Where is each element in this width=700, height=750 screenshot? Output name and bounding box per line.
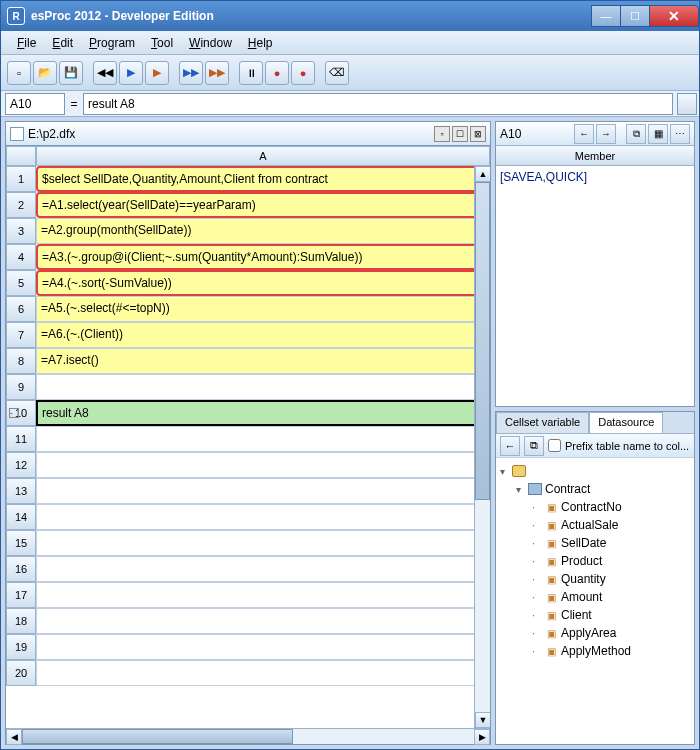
cell-a12[interactable]: [36, 452, 490, 478]
cell-a16[interactable]: [36, 556, 490, 582]
cell-a9[interactable]: [36, 374, 490, 400]
breakpoint-button[interactable]: ●: [265, 61, 289, 85]
row-header[interactable]: 11: [6, 426, 36, 452]
equals-label: =: [65, 97, 83, 111]
tree-db[interactable]: ▾: [500, 462, 690, 480]
vertical-scrollbar[interactable]: ▲▼: [474, 166, 490, 728]
cell-a19[interactable]: [36, 634, 490, 660]
doc-min-button[interactable]: ▫: [434, 126, 450, 142]
save-button[interactable]: 💾: [59, 61, 83, 85]
tree-field[interactable]: ·▣Amount: [500, 588, 690, 606]
pause-button[interactable]: ⏸: [239, 61, 263, 85]
nav-more-button[interactable]: ⋯: [670, 124, 690, 144]
step-back-button[interactable]: ◀◀: [93, 61, 117, 85]
cell-a11[interactable]: [36, 426, 490, 452]
ds-copy-button[interactable]: ⧉: [524, 436, 544, 456]
tree-field[interactable]: ·▣ApplyArea: [500, 624, 690, 642]
nav-forward-button[interactable]: →: [596, 124, 616, 144]
spreadsheet[interactable]: A 1$select SellDate,Quantity,Amount,Clie…: [6, 146, 490, 728]
row-header[interactable]: 18: [6, 608, 36, 634]
cell-corner[interactable]: [6, 146, 36, 166]
step-out-button[interactable]: ▶▶: [205, 61, 229, 85]
maximize-button[interactable]: ☐: [620, 5, 650, 27]
run-button[interactable]: ▶: [119, 61, 143, 85]
column-header-a[interactable]: A: [36, 146, 490, 166]
formula-expand-button[interactable]: [677, 93, 697, 115]
tree-field[interactable]: ·▣Product: [500, 552, 690, 570]
tree-table[interactable]: ▾Contract: [500, 480, 690, 498]
cell-a18[interactable]: [36, 608, 490, 634]
row-header[interactable]: 8: [6, 348, 36, 374]
cell-a2[interactable]: =A1.select(year(SellDate)==yearParam): [36, 192, 490, 218]
member-value[interactable]: [SAVEA,QUICK]: [496, 166, 694, 406]
cell-a1[interactable]: $select SellDate,Quantity,Amount,Client …: [36, 166, 490, 192]
cell-a6[interactable]: =A5.(~.select(#<=topN)): [36, 296, 490, 322]
row-header[interactable]: 12: [6, 452, 36, 478]
row-header[interactable]: 7: [6, 322, 36, 348]
stop-button[interactable]: ●: [291, 61, 315, 85]
cell-a17[interactable]: [36, 582, 490, 608]
step-over-button[interactable]: ▶▶: [179, 61, 203, 85]
row-header[interactable]: 1: [6, 166, 36, 192]
row-header[interactable]: -10: [6, 400, 36, 426]
cell-a20[interactable]: [36, 660, 490, 686]
row-header[interactable]: 14: [6, 504, 36, 530]
tree-field[interactable]: ·▣SellDate: [500, 534, 690, 552]
tree-field[interactable]: ·▣Quantity: [500, 570, 690, 588]
close-button[interactable]: ✕: [649, 5, 699, 27]
ds-back-button[interactable]: ←: [500, 436, 520, 456]
row-header[interactable]: 20: [6, 660, 36, 686]
cell-a3[interactable]: =A2.group(month(SellDate)): [36, 218, 490, 244]
clear-button[interactable]: ⌫: [325, 61, 349, 85]
nav-back-button[interactable]: ←: [574, 124, 594, 144]
menu-file[interactable]: File: [9, 34, 44, 52]
cell-a8[interactable]: =A7.isect(): [36, 348, 490, 374]
cell-a4[interactable]: =A3.(~.group@i(Client;~.sum(Quantity*Amo…: [36, 244, 490, 270]
cell-a7[interactable]: =A6.(~.(Client)): [36, 322, 490, 348]
cell-reference-input[interactable]: [5, 93, 65, 115]
prefix-label: Prefix table name to col...: [565, 440, 689, 452]
menu-edit[interactable]: Edit: [44, 34, 81, 52]
row-header[interactable]: 5: [6, 270, 36, 296]
row-header[interactable]: 3: [6, 218, 36, 244]
formula-input[interactable]: [83, 93, 673, 115]
menu-window[interactable]: Window: [181, 34, 240, 52]
horizontal-scrollbar[interactable]: ◀▶: [6, 728, 490, 744]
row-header[interactable]: 19: [6, 634, 36, 660]
toolbar: ▫ 📂 💾 ◀◀ ▶ ▶ ▶▶ ▶▶ ⏸ ● ● ⌫: [1, 55, 699, 91]
tree-field[interactable]: ·▣ActualSale: [500, 516, 690, 534]
row-header[interactable]: 9: [6, 374, 36, 400]
minimize-button[interactable]: —: [591, 5, 621, 27]
tree-field[interactable]: ·▣ApplyMethod: [500, 642, 690, 660]
cell-a13[interactable]: [36, 478, 490, 504]
member-column-header: Member: [496, 146, 694, 166]
doc-close-button[interactable]: ⊠: [470, 126, 486, 142]
menu-program[interactable]: Program: [81, 34, 143, 52]
row-header[interactable]: 13: [6, 478, 36, 504]
new-button[interactable]: ▫: [7, 61, 31, 85]
nav-chart-button[interactable]: ▦: [648, 124, 668, 144]
row-header[interactable]: 2: [6, 192, 36, 218]
menu-help[interactable]: Help: [240, 34, 281, 52]
cell-a10[interactable]: result A8: [36, 400, 490, 426]
nav-copy-button[interactable]: ⧉: [626, 124, 646, 144]
row-header[interactable]: 6: [6, 296, 36, 322]
document-icon: [10, 127, 24, 141]
tab-datasource[interactable]: Datasource: [589, 412, 663, 433]
prefix-checkbox[interactable]: [548, 439, 561, 452]
tab-cellset-variable[interactable]: Cellset variable: [496, 412, 589, 433]
debug-button[interactable]: ▶: [145, 61, 169, 85]
tree-field[interactable]: ·▣Client: [500, 606, 690, 624]
row-header[interactable]: 4: [6, 244, 36, 270]
row-header[interactable]: 16: [6, 556, 36, 582]
cell-a14[interactable]: [36, 504, 490, 530]
tree-field[interactable]: ·▣ContractNo: [500, 498, 690, 516]
menu-tool[interactable]: Tool: [143, 34, 181, 52]
open-button[interactable]: 📂: [33, 61, 57, 85]
doc-max-button[interactable]: ☐: [452, 126, 468, 142]
datasource-tree[interactable]: ▾ ▾Contract ·▣ContractNo ·▣ActualSale ·▣…: [496, 458, 694, 744]
row-header[interactable]: 17: [6, 582, 36, 608]
cell-a5[interactable]: =A4.(~.sort(-SumValue)): [36, 270, 490, 296]
cell-a15[interactable]: [36, 530, 490, 556]
row-header[interactable]: 15: [6, 530, 36, 556]
